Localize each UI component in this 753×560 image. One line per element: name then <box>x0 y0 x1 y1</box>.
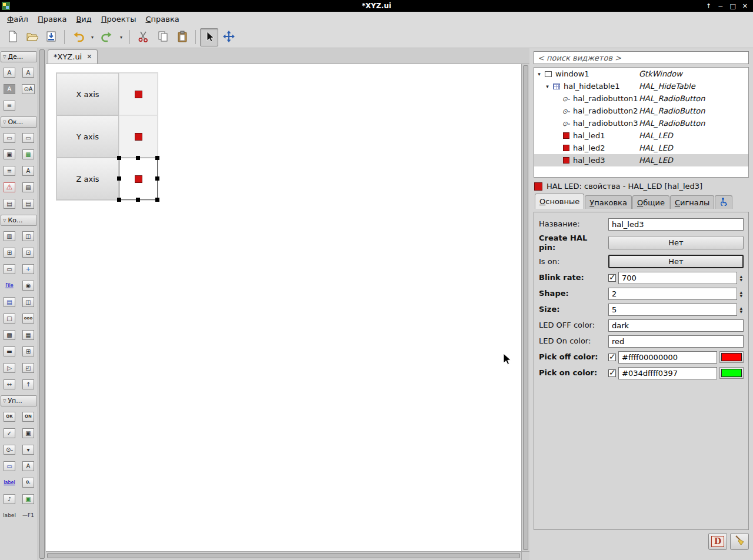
palette-item[interactable]: ⚠ <box>1 179 18 195</box>
design-canvas[interactable]: X axis <box>46 64 521 551</box>
palette-item[interactable]: ▦ <box>19 146 37 162</box>
palette-item[interactable]: ▷ <box>1 359 18 376</box>
led-widget[interactable] <box>119 115 158 158</box>
undo-history-dropdown[interactable]: ▾ <box>88 28 96 46</box>
palette-item[interactable]: ON <box>19 408 37 425</box>
led-on-color-input[interactable] <box>608 335 744 348</box>
palette-item[interactable]: ↑ <box>19 376 37 392</box>
blink-rate-input[interactable] <box>618 272 737 284</box>
selection-handle[interactable] <box>136 198 140 202</box>
axis-radiobutton-widget[interactable]: Z axis <box>56 158 119 200</box>
drag-resize-button[interactable] <box>219 28 238 46</box>
palette-section-controls[interactable]: ▽ Уп... <box>1 395 37 406</box>
palette-item[interactable]: ✓ <box>1 425 18 441</box>
widget-search-input[interactable] <box>534 51 749 64</box>
palette-item[interactable]: + <box>19 261 37 277</box>
maximize-window-button[interactable]: □ <box>729 2 735 10</box>
led-widget[interactable] <box>119 73 158 115</box>
palette-item[interactable]: ▥ <box>1 228 18 244</box>
palette-item[interactable]: ▭ <box>19 129 37 146</box>
palette-item[interactable]: ▣ <box>19 425 37 441</box>
palette-item[interactable]: ▤ <box>1 195 18 212</box>
selection-handle[interactable] <box>155 156 159 160</box>
blink-rate-checkbox[interactable] <box>608 274 616 282</box>
axis-radiobutton-widget[interactable]: X axis <box>56 73 119 115</box>
tab-general[interactable]: Основные <box>535 194 584 209</box>
menu-item[interactable]: Проекты <box>96 13 141 25</box>
palette-item[interactable]: ▬ <box>1 343 18 359</box>
led-widget[interactable] <box>119 158 158 200</box>
redo-button[interactable] <box>98 28 116 46</box>
menu-item[interactable]: Справка <box>141 13 184 25</box>
led-off-color-input[interactable] <box>608 319 744 332</box>
select-widgets-button[interactable] <box>200 28 218 46</box>
palette-item[interactable]: ◉ <box>19 277 37 294</box>
palette-item[interactable]: ≡ <box>1 97 18 114</box>
palette-item[interactable]: A <box>1 81 18 97</box>
palette-item[interactable]: A <box>19 458 37 474</box>
tree-row[interactable]: hal_radiobutton2 HAL_RadioButton <box>534 105 748 117</box>
palette-item[interactable]: —F1 <box>19 507 37 524</box>
close-window-button[interactable]: ✕ <box>742 2 748 10</box>
devhelp-button[interactable]: D <box>708 533 727 550</box>
canvas-horizontal-scrollbar[interactable] <box>46 551 521 560</box>
canvas-hscroll-thumb[interactable] <box>47 553 520 558</box>
selection-handle[interactable] <box>155 176 159 181</box>
palette-item[interactable]: ▾ <box>19 441 37 458</box>
selection-handle[interactable] <box>117 156 121 160</box>
palette-item[interactable]: ooo <box>19 310 37 326</box>
palette-item[interactable]: A <box>19 64 37 81</box>
spin-arrows-icon[interactable]: ▲▼ <box>739 275 744 281</box>
pick-off-color-input[interactable] <box>618 351 717 364</box>
tree-expander-icon[interactable]: ▾ <box>544 84 551 89</box>
tree-row[interactable]: hal_radiobutton1 HAL_RadioButton <box>534 92 748 105</box>
palette-section-containers[interactable]: ▽ Ко... <box>1 215 37 226</box>
canvas-vertical-scrollbar[interactable] <box>521 64 529 551</box>
size-input[interactable] <box>608 304 737 316</box>
spin-arrows-icon[interactable]: ▲▼ <box>739 291 744 297</box>
palette-item[interactable]: label <box>1 507 18 524</box>
copy-button[interactable] <box>154 28 172 46</box>
menu-item[interactable]: Вид <box>71 13 96 25</box>
pick-on-color-swatch[interactable] <box>719 367 744 379</box>
palette-item[interactable]: ▭ <box>1 261 18 277</box>
tree-row[interactable]: hal_radiobutton3 HAL_RadioButton <box>534 117 748 129</box>
tree-row[interactable]: hal_led1 HAL_LED <box>534 129 748 142</box>
palette-item[interactable]: ◰ <box>19 359 37 376</box>
palette-scrollbar-thumb[interactable] <box>39 49 45 559</box>
is-on-button[interactable]: Нет <box>608 255 744 268</box>
shade-window-button[interactable]: ↑ <box>706 2 711 10</box>
spin-arrows-icon[interactable]: ▲▼ <box>739 306 744 313</box>
create-hal-pin-button[interactable]: Нет <box>608 236 744 249</box>
tab-packing[interactable]: Упаковка <box>585 195 632 209</box>
palette-item[interactable]: ▦ <box>19 326 37 343</box>
tab-signals[interactable]: Сигналы <box>670 195 714 209</box>
palette-item[interactable]: ▭ <box>1 458 18 474</box>
pick-off-color-swatch[interactable] <box>719 351 744 363</box>
palette-item[interactable]: ↔ <box>1 376 18 392</box>
selection-handle[interactable] <box>117 198 121 202</box>
palette-item[interactable]: ⊙A <box>19 81 37 97</box>
palette-item[interactable]: ▣ <box>1 146 18 162</box>
open-file-button[interactable] <box>22 28 41 46</box>
palette-scrollbar[interactable] <box>38 48 46 560</box>
palette-item[interactable]: ◫ <box>19 294 37 310</box>
palette-item[interactable]: ▤ <box>1 294 18 310</box>
selection-handle[interactable] <box>155 198 159 202</box>
tree-row[interactable]: hal_led2 HAL_LED <box>534 142 748 154</box>
palette-item[interactable]: ▤ <box>19 179 37 195</box>
document-tab[interactable]: *XYZ.ui ✕ <box>48 49 98 64</box>
axis-radiobutton-widget[interactable]: Y axis <box>56 115 119 158</box>
menu-item[interactable]: Правка <box>33 13 71 25</box>
palette-item[interactable]: ▭ <box>1 129 18 146</box>
palette-item[interactable]: ▩ <box>1 326 18 343</box>
palette-item[interactable]: 0. <box>19 474 37 491</box>
palette-item[interactable]: A <box>19 162 37 179</box>
palette-item[interactable]: ⊡ <box>19 244 37 261</box>
pick-on-color-checkbox[interactable] <box>608 369 616 377</box>
palette-section-actions[interactable]: ▽ Де... <box>1 51 37 62</box>
canvas-vscroll-thumb[interactable] <box>523 65 528 550</box>
tab-accessibility[interactable] <box>715 195 732 209</box>
palette-item[interactable]: File <box>1 277 18 294</box>
palette-item[interactable]: ♪ <box>1 491 18 507</box>
